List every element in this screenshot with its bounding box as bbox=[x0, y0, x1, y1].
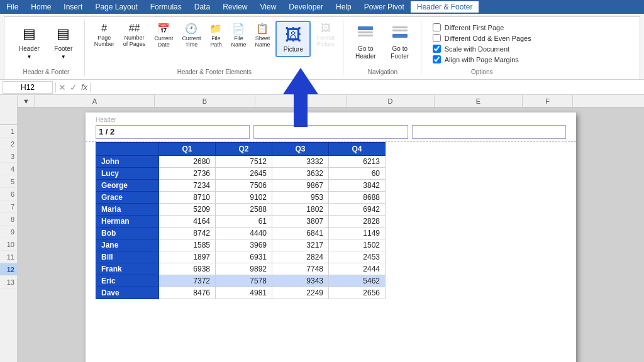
col-e-header[interactable]: E bbox=[435, 95, 523, 107]
file-path-button[interactable]: 📁 FilePath bbox=[206, 21, 225, 50]
cell-q1[interactable]: 6938 bbox=[159, 263, 216, 275]
cell-q4[interactable]: 2656 bbox=[329, 287, 386, 299]
col-b-header[interactable]: B bbox=[155, 95, 255, 107]
menu-home[interactable]: Home bbox=[25, 1, 57, 13]
menu-file[interactable]: File bbox=[0, 1, 25, 13]
cell-q1[interactable]: 4164 bbox=[159, 216, 216, 228]
menu-data[interactable]: Data bbox=[188, 1, 216, 13]
cancel-formula-icon[interactable]: ✕ bbox=[58, 82, 66, 92]
cell-q3[interactable]: 9343 bbox=[272, 275, 329, 287]
menu-developer[interactable]: Developer bbox=[282, 1, 330, 13]
cell-q1[interactable]: 7234 bbox=[159, 180, 216, 192]
table-row[interactable]: Jane1585396932171502 bbox=[96, 239, 386, 251]
cell-q4[interactable]: 1502 bbox=[329, 239, 386, 251]
menu-formulas[interactable]: Formulas bbox=[144, 1, 188, 13]
table-row[interactable]: Herman41646138072828 bbox=[96, 216, 386, 228]
cell-q2[interactable]: 2588 bbox=[216, 204, 272, 216]
cell-q2[interactable]: 61 bbox=[216, 216, 272, 228]
cell-q3[interactable]: 3217 bbox=[272, 239, 329, 251]
cell-q3[interactable]: 1802 bbox=[272, 204, 329, 216]
number-of-pages-button[interactable]: ## Numberof Pages bbox=[120, 21, 149, 50]
format-picture-button[interactable]: 🖼 FormatPicture bbox=[313, 21, 338, 50]
confirm-formula-icon[interactable]: ✓ bbox=[70, 82, 77, 92]
header-center-cell[interactable] bbox=[253, 125, 408, 139]
cell-q2[interactable]: 4440 bbox=[216, 228, 272, 239]
table-row[interactable]: Maria5209258818026942 bbox=[96, 204, 386, 216]
cell-q2[interactable]: 3969 bbox=[216, 239, 272, 251]
scale-doc-checkbox[interactable] bbox=[433, 45, 441, 53]
menu-view[interactable]: View bbox=[254, 1, 283, 13]
cell-q3[interactable]: 3632 bbox=[272, 168, 329, 180]
cell-q4[interactable]: 2444 bbox=[329, 263, 386, 275]
menu-power-pivot[interactable]: Power Pivot bbox=[358, 1, 411, 13]
menu-insert[interactable]: Insert bbox=[57, 1, 89, 13]
cell-q3[interactable]: 7748 bbox=[272, 263, 329, 275]
page-header-area[interactable]: Header 1 / 2 bbox=[86, 112, 576, 142]
picture-button[interactable]: 🖼 Picture bbox=[275, 21, 311, 57]
table-row[interactable]: Lucy27362645363260 bbox=[96, 168, 386, 180]
cell-q4[interactable]: 6213 bbox=[329, 156, 386, 168]
table-row[interactable]: John2680751233326213 bbox=[96, 156, 386, 168]
table-row[interactable]: Dave8476498122492656 bbox=[96, 287, 386, 299]
cell-q4[interactable]: 5462 bbox=[329, 275, 386, 287]
cell-q2[interactable]: 9102 bbox=[216, 192, 272, 204]
cell-q2[interactable]: 7512 bbox=[216, 156, 272, 168]
cell-q4[interactable]: 3842 bbox=[329, 180, 386, 192]
menu-help[interactable]: Help bbox=[330, 1, 358, 13]
col-c-header[interactable]: C bbox=[255, 95, 347, 107]
page-number-button[interactable]: # PageNumber bbox=[91, 21, 118, 50]
cell-q3[interactable]: 953 bbox=[272, 192, 329, 204]
cell-q1[interactable]: 8742 bbox=[159, 228, 216, 239]
cell-q4[interactable]: 6942 bbox=[329, 204, 386, 216]
table-row[interactable]: Grace871091029538688 bbox=[96, 192, 386, 204]
cell-q4[interactable]: 60 bbox=[329, 168, 386, 180]
col-d-header[interactable]: D bbox=[347, 95, 435, 107]
header-left-cell[interactable]: 1 / 2 bbox=[96, 125, 250, 139]
table-row[interactable]: Eric7372757893435462 bbox=[96, 275, 386, 287]
file-name-button[interactable]: 📄 FileName bbox=[228, 21, 249, 50]
cell-q3[interactable]: 3807 bbox=[272, 216, 329, 228]
cell-q2[interactable]: 6931 bbox=[216, 251, 272, 263]
sheet-name-button[interactable]: 📋 SheetName bbox=[252, 21, 273, 50]
cell-q4[interactable]: 2453 bbox=[329, 251, 386, 263]
cell-q2[interactable]: 2645 bbox=[216, 168, 272, 180]
formula-input[interactable] bbox=[93, 82, 641, 93]
cell-q4[interactable]: 1149 bbox=[329, 228, 386, 239]
cell-q1[interactable]: 8476 bbox=[159, 287, 216, 299]
go-to-header-button[interactable]: Go toHeader bbox=[350, 21, 382, 63]
go-to-footer-button[interactable]: Go toFooter bbox=[384, 21, 416, 63]
table-row[interactable]: Frank6938989277482444 bbox=[96, 263, 386, 275]
cell-q2[interactable]: 4981 bbox=[216, 287, 272, 299]
footer-button[interactable]: ▤ Footer ▼ bbox=[48, 21, 79, 63]
cell-q3[interactable]: 2824 bbox=[272, 251, 329, 263]
cell-q1[interactable]: 5209 bbox=[159, 204, 216, 216]
cell-q1[interactable]: 2680 bbox=[159, 156, 216, 168]
cell-q1[interactable]: 7372 bbox=[159, 275, 216, 287]
cell-q2[interactable]: 9892 bbox=[216, 263, 272, 275]
cell-q3[interactable]: 9867 bbox=[272, 180, 329, 192]
table-row[interactable]: Bill1897693128242453 bbox=[96, 251, 386, 263]
table-row[interactable]: George7234750698673842 bbox=[96, 180, 386, 192]
cell-q1[interactable]: 1897 bbox=[159, 251, 216, 263]
cell-q4[interactable]: 2828 bbox=[329, 216, 386, 228]
header-button[interactable]: ▤ Header ▼ bbox=[13, 21, 45, 63]
current-time-button[interactable]: 🕐 CurrentTime bbox=[179, 21, 204, 50]
cell-q1[interactable]: 2736 bbox=[159, 168, 216, 180]
table-row[interactable]: Bob8742444068411149 bbox=[96, 228, 386, 239]
col-a-header[interactable]: A bbox=[35, 95, 155, 107]
insert-function-icon[interactable]: fx bbox=[81, 82, 87, 92]
cell-q4[interactable]: 8688 bbox=[329, 192, 386, 204]
diff-first-checkbox[interactable] bbox=[433, 23, 441, 31]
header-right-cell[interactable] bbox=[412, 125, 566, 139]
cell-q1[interactable]: 8710 bbox=[159, 192, 216, 204]
col-f-header[interactable]: F bbox=[523, 95, 573, 107]
cell-q2[interactable]: 7506 bbox=[216, 180, 272, 192]
menu-review[interactable]: Review bbox=[216, 1, 253, 13]
current-date-button[interactable]: 📅 CurrentDate bbox=[151, 21, 176, 50]
diff-odd-even-checkbox[interactable] bbox=[433, 34, 441, 42]
cell-q3[interactable]: 2249 bbox=[272, 287, 329, 299]
cell-q3[interactable]: 3332 bbox=[272, 156, 329, 168]
cell-q2[interactable]: 7578 bbox=[216, 275, 272, 287]
align-margins-checkbox[interactable] bbox=[433, 55, 441, 63]
menu-header-footer[interactable]: Header & Footer bbox=[411, 1, 479, 13]
